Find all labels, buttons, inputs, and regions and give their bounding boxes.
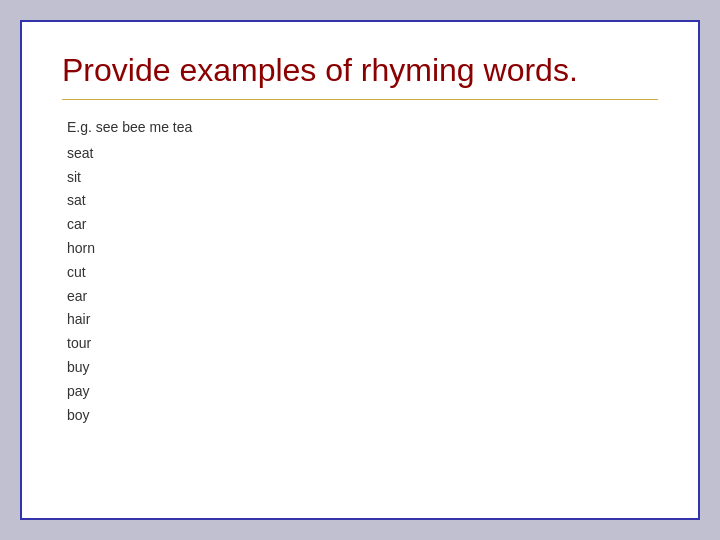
list-item: sat [67,189,658,213]
content-area: E.g. see bee me tea seatsitsatcarhorncut… [62,116,658,427]
list-item: hair [67,308,658,332]
list-item: ear [67,285,658,309]
list-item: cut [67,261,658,285]
list-item: pay [67,380,658,404]
slide: Provide examples of rhyming words. E.g. … [20,20,700,520]
word-list: seatsitsatcarhorncutearhairtourbuypayboy [67,142,658,428]
list-item: boy [67,404,658,428]
title-divider [62,99,658,100]
list-item: sit [67,166,658,190]
list-item: tour [67,332,658,356]
list-item: buy [67,356,658,380]
list-item: seat [67,142,658,166]
example-line: E.g. see bee me tea [67,116,658,140]
slide-title: Provide examples of rhyming words. [62,52,658,89]
list-item: horn [67,237,658,261]
list-item: car [67,213,658,237]
